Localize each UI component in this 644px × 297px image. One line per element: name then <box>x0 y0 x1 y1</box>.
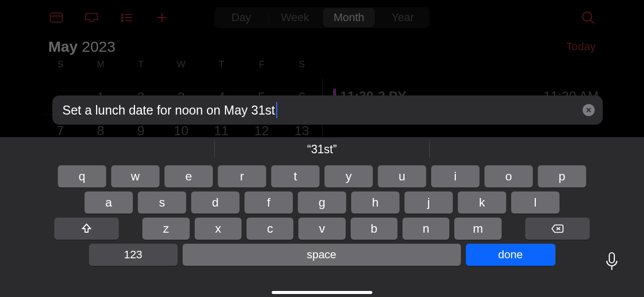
key-w[interactable]: w <box>111 165 159 187</box>
key-e[interactable]: e <box>165 165 213 187</box>
key-s[interactable]: s <box>138 191 186 214</box>
key-g[interactable]: g <box>298 191 346 214</box>
key-backspace[interactable] <box>525 218 590 240</box>
key-h[interactable]: h <box>351 191 399 214</box>
key-i[interactable]: i <box>431 165 479 187</box>
key-123[interactable]: 123 <box>89 244 178 266</box>
clear-input-icon[interactable] <box>583 104 595 116</box>
key-b[interactable]: b <box>351 218 397 240</box>
key-v[interactable]: v <box>298 218 345 240</box>
svg-rect-19 <box>609 253 614 263</box>
input-text[interactable]: Set a lunch date for noon on May 31st <box>62 103 275 118</box>
key-u[interactable]: u <box>378 165 426 187</box>
key-q[interactable]: q <box>58 165 106 187</box>
dictation-icon[interactable] <box>604 252 620 273</box>
text-caret <box>276 102 277 118</box>
key-k[interactable]: k <box>458 191 506 214</box>
key-a[interactable]: a <box>85 191 133 214</box>
key-n[interactable]: n <box>403 218 449 240</box>
suggestion-bar: “31st” <box>0 137 644 161</box>
key-r[interactable]: r <box>218 165 266 187</box>
nl-event-input-bar[interactable]: Set a lunch date for noon on May 31st <box>52 95 603 125</box>
key-p[interactable]: p <box>538 165 586 187</box>
key-c[interactable]: c <box>247 218 293 240</box>
key-f[interactable]: f <box>245 191 293 214</box>
keyboard: “31st” q w e r t y u i o p a s d f g h j… <box>0 137 644 297</box>
suggestion[interactable] <box>429 141 644 157</box>
key-t[interactable]: t <box>271 165 319 187</box>
key-o[interactable]: o <box>485 165 533 187</box>
key-shift[interactable] <box>54 218 119 240</box>
key-z[interactable]: z <box>142 218 189 240</box>
key-j[interactable]: j <box>405 191 453 214</box>
suggestion[interactable] <box>0 141 214 157</box>
key-l[interactable]: l <box>511 191 559 214</box>
key-m[interactable]: m <box>454 218 501 240</box>
key-space[interactable]: space <box>183 244 461 266</box>
key-d[interactable]: d <box>191 191 239 214</box>
key-x[interactable]: x <box>195 218 242 240</box>
home-indicator[interactable] <box>272 291 372 294</box>
key-done[interactable]: done <box>466 244 555 266</box>
suggestion[interactable]: “31st” <box>214 141 429 157</box>
key-y[interactable]: y <box>325 165 373 187</box>
